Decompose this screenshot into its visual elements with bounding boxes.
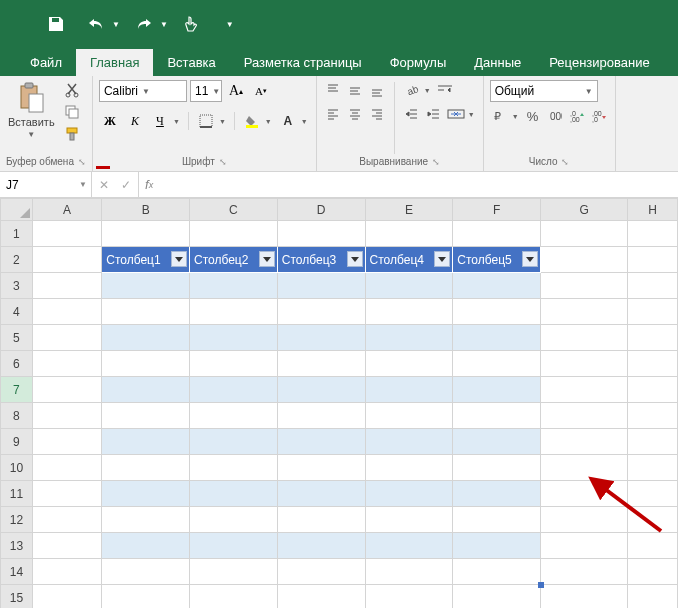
cell-D4[interactable] [277, 299, 365, 325]
cell-G9[interactable] [541, 429, 628, 455]
cell-C8[interactable] [190, 403, 278, 429]
align-middle-button[interactable] [345, 80, 365, 100]
cell-D2[interactable]: Столбец3 [277, 247, 365, 273]
cell-E13[interactable] [365, 533, 453, 559]
cell-G10[interactable] [541, 455, 628, 481]
cell-F2[interactable]: Столбец5 [453, 247, 541, 273]
cell-B3[interactable] [102, 273, 190, 299]
row-header-1[interactable]: 1 [1, 221, 33, 247]
cell-D6[interactable] [277, 351, 365, 377]
tab-file[interactable]: Файл [16, 49, 76, 76]
cell-G11[interactable] [541, 481, 628, 507]
cell-D14[interactable] [277, 559, 365, 585]
cell-A13[interactable] [32, 533, 101, 559]
cell-A14[interactable] [32, 559, 101, 585]
cell-F5[interactable] [453, 325, 541, 351]
row-header-11[interactable]: 11 [1, 481, 33, 507]
cell-G3[interactable] [541, 273, 628, 299]
select-all-corner[interactable] [1, 199, 33, 221]
cell-B11[interactable] [102, 481, 190, 507]
cell-B1[interactable] [102, 221, 190, 247]
cell-A15[interactable] [32, 585, 101, 609]
cell-H9[interactable] [628, 429, 678, 455]
borders-button[interactable] [195, 110, 217, 132]
cell-H14[interactable] [628, 559, 678, 585]
cell-D11[interactable] [277, 481, 365, 507]
name-box-dropdown[interactable]: ▼ [79, 180, 87, 189]
row-header-2[interactable]: 2 [1, 247, 33, 273]
cell-C15[interactable] [190, 585, 278, 609]
save-button[interactable] [40, 8, 72, 40]
cell-D13[interactable] [277, 533, 365, 559]
col-header-H[interactable]: H [628, 199, 678, 221]
cell-E14[interactable] [365, 559, 453, 585]
font-launcher[interactable]: ⤡ [219, 157, 227, 167]
cell-A8[interactable] [32, 403, 101, 429]
cell-C6[interactable] [190, 351, 278, 377]
row-header-4[interactable]: 4 [1, 299, 33, 325]
cell-H2[interactable] [628, 247, 678, 273]
cell-C11[interactable] [190, 481, 278, 507]
orientation-dropdown[interactable]: ▼ [422, 87, 433, 94]
row-header-5[interactable]: 5 [1, 325, 33, 351]
row-header-9[interactable]: 9 [1, 429, 33, 455]
cell-E12[interactable] [365, 507, 453, 533]
cell-F15[interactable] [453, 585, 541, 609]
cell-A6[interactable] [32, 351, 101, 377]
filter-button[interactable] [522, 251, 538, 267]
cell-E11[interactable] [365, 481, 453, 507]
decrease-indent-button[interactable] [402, 104, 422, 124]
merge-dropdown[interactable]: ▼ [466, 111, 477, 118]
cell-G4[interactable] [541, 299, 628, 325]
cell-D5[interactable] [277, 325, 365, 351]
cell-F12[interactable] [453, 507, 541, 533]
cell-D10[interactable] [277, 455, 365, 481]
fill-color-dropdown[interactable]: ▼ [263, 118, 274, 125]
qat-customize[interactable]: ▼ [226, 20, 234, 29]
cell-G5[interactable] [541, 325, 628, 351]
cell-H5[interactable] [628, 325, 678, 351]
cell-F8[interactable] [453, 403, 541, 429]
font-color-dropdown[interactable]: ▼ [299, 118, 310, 125]
cell-H10[interactable] [628, 455, 678, 481]
cell-G14[interactable] [541, 559, 628, 585]
cell-C1[interactable] [190, 221, 278, 247]
cell-B2[interactable]: Столбец1 [102, 247, 190, 273]
cell-B14[interactable] [102, 559, 190, 585]
enter-formula-button[interactable]: ✓ [118, 178, 134, 192]
cell-F6[interactable] [453, 351, 541, 377]
align-center-button[interactable] [345, 104, 365, 124]
cell-A7[interactable] [32, 377, 101, 403]
row-header-14[interactable]: 14 [1, 559, 33, 585]
cell-H8[interactable] [628, 403, 678, 429]
cell-B4[interactable] [102, 299, 190, 325]
col-header-C[interactable]: C [190, 199, 278, 221]
align-top-button[interactable] [323, 80, 343, 100]
shrink-font-button[interactable]: A▾ [250, 80, 272, 102]
copy-button[interactable] [61, 102, 83, 122]
cell-A11[interactable] [32, 481, 101, 507]
cell-C4[interactable] [190, 299, 278, 325]
cell-H1[interactable] [628, 221, 678, 247]
filter-button[interactable] [171, 251, 187, 267]
cell-C5[interactable] [190, 325, 278, 351]
cell-A4[interactable] [32, 299, 101, 325]
cell-G2[interactable] [541, 247, 628, 273]
wrap-text-button[interactable] [435, 80, 455, 100]
col-header-B[interactable]: B [102, 199, 190, 221]
cell-H12[interactable] [628, 507, 678, 533]
cell-F7[interactable] [453, 377, 541, 403]
font-size-combo[interactable]: 11▼ [190, 80, 222, 102]
cell-E15[interactable] [365, 585, 453, 609]
cell-F14[interactable] [453, 559, 541, 585]
cell-F13[interactable] [453, 533, 541, 559]
col-header-E[interactable]: E [365, 199, 453, 221]
cell-B6[interactable] [102, 351, 190, 377]
filter-button[interactable] [259, 251, 275, 267]
italic-button[interactable]: К [124, 110, 146, 132]
cell-H13[interactable] [628, 533, 678, 559]
row-header-15[interactable]: 15 [1, 585, 33, 609]
cell-G1[interactable] [541, 221, 628, 247]
col-header-A[interactable]: A [32, 199, 101, 221]
cell-B12[interactable] [102, 507, 190, 533]
